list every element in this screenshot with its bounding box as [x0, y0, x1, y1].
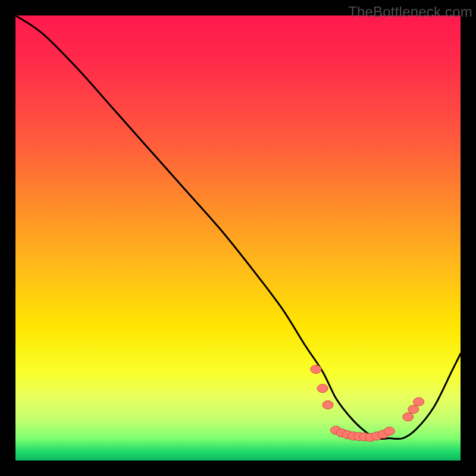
curve-marker — [414, 397, 424, 406]
curve-marker — [311, 365, 321, 374]
curve-marker — [317, 384, 328, 393]
watermark-text: TheBottleneck.com — [348, 4, 472, 20]
chart-frame: TheBottleneck.com — [0, 0, 476, 476]
plot-area — [15, 15, 461, 461]
curve-marker — [403, 413, 414, 421]
bottleneck-curve — [15, 15, 461, 439]
curve-layer — [15, 15, 461, 461]
curve-markers — [311, 365, 424, 441]
curve-marker — [384, 427, 394, 436]
curve-marker — [322, 401, 333, 409]
curve-marker — [408, 405, 419, 414]
